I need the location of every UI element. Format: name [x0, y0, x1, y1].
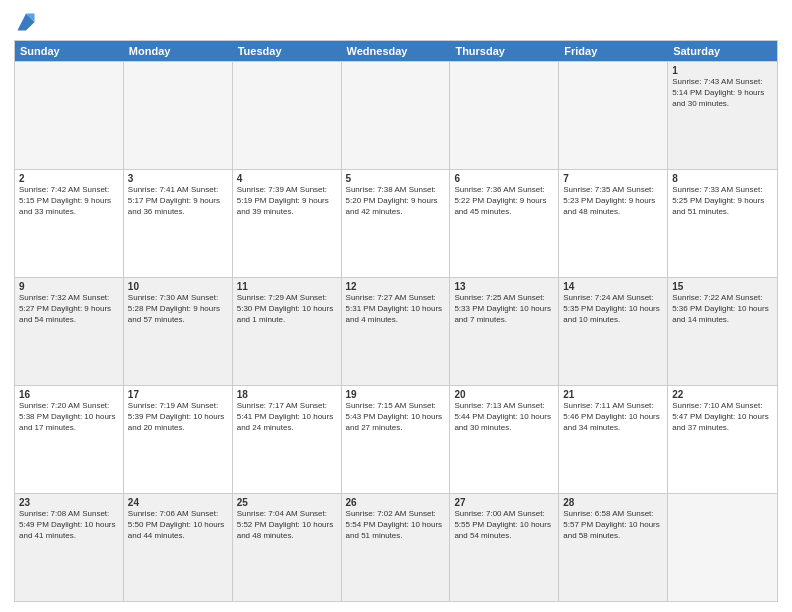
day-number: 26 [346, 497, 446, 508]
calendar-cell: 24Sunrise: 7:06 AM Sunset: 5:50 PM Dayli… [124, 494, 233, 601]
calendar-cell [559, 62, 668, 169]
day-info: Sunrise: 7:36 AM Sunset: 5:22 PM Dayligh… [454, 185, 554, 217]
day-number: 19 [346, 389, 446, 400]
calendar-body: 1Sunrise: 7:43 AM Sunset: 5:14 PM Daylig… [15, 61, 777, 601]
day-number: 4 [237, 173, 337, 184]
calendar: SundayMondayTuesdayWednesdayThursdayFrid… [14, 40, 778, 602]
calendar-row-3: 16Sunrise: 7:20 AM Sunset: 5:38 PM Dayli… [15, 385, 777, 493]
day-info: Sunrise: 7:39 AM Sunset: 5:19 PM Dayligh… [237, 185, 337, 217]
day-info: Sunrise: 7:06 AM Sunset: 5:50 PM Dayligh… [128, 509, 228, 541]
calendar-cell: 21Sunrise: 7:11 AM Sunset: 5:46 PM Dayli… [559, 386, 668, 493]
day-number: 12 [346, 281, 446, 292]
day-number: 18 [237, 389, 337, 400]
header [14, 10, 778, 34]
day-info: Sunrise: 7:08 AM Sunset: 5:49 PM Dayligh… [19, 509, 119, 541]
calendar-row-1: 2Sunrise: 7:42 AM Sunset: 5:15 PM Daylig… [15, 169, 777, 277]
header-day-wednesday: Wednesday [342, 41, 451, 61]
day-info: Sunrise: 7:00 AM Sunset: 5:55 PM Dayligh… [454, 509, 554, 541]
day-info: Sunrise: 7:41 AM Sunset: 5:17 PM Dayligh… [128, 185, 228, 217]
day-number: 1 [672, 65, 773, 76]
day-info: Sunrise: 7:33 AM Sunset: 5:25 PM Dayligh… [672, 185, 773, 217]
day-info: Sunrise: 7:25 AM Sunset: 5:33 PM Dayligh… [454, 293, 554, 325]
day-info: Sunrise: 7:27 AM Sunset: 5:31 PM Dayligh… [346, 293, 446, 325]
day-number: 21 [563, 389, 663, 400]
calendar-cell [124, 62, 233, 169]
calendar-cell: 9Sunrise: 7:32 AM Sunset: 5:27 PM Daylig… [15, 278, 124, 385]
day-number: 9 [19, 281, 119, 292]
day-info: Sunrise: 7:17 AM Sunset: 5:41 PM Dayligh… [237, 401, 337, 433]
calendar-cell: 1Sunrise: 7:43 AM Sunset: 5:14 PM Daylig… [668, 62, 777, 169]
day-info: Sunrise: 7:24 AM Sunset: 5:35 PM Dayligh… [563, 293, 663, 325]
header-day-saturday: Saturday [668, 41, 777, 61]
day-number: 27 [454, 497, 554, 508]
day-info: Sunrise: 7:10 AM Sunset: 5:47 PM Dayligh… [672, 401, 773, 433]
header-day-sunday: Sunday [15, 41, 124, 61]
calendar-cell: 27Sunrise: 7:00 AM Sunset: 5:55 PM Dayli… [450, 494, 559, 601]
day-number: 11 [237, 281, 337, 292]
page: SundayMondayTuesdayWednesdayThursdayFrid… [0, 0, 792, 612]
logo-icon [14, 10, 38, 34]
calendar-cell: 6Sunrise: 7:36 AM Sunset: 5:22 PM Daylig… [450, 170, 559, 277]
calendar-cell: 4Sunrise: 7:39 AM Sunset: 5:19 PM Daylig… [233, 170, 342, 277]
calendar-cell: 17Sunrise: 7:19 AM Sunset: 5:39 PM Dayli… [124, 386, 233, 493]
day-info: Sunrise: 7:35 AM Sunset: 5:23 PM Dayligh… [563, 185, 663, 217]
day-number: 10 [128, 281, 228, 292]
calendar-cell [342, 62, 451, 169]
day-number: 2 [19, 173, 119, 184]
day-info: Sunrise: 7:22 AM Sunset: 5:36 PM Dayligh… [672, 293, 773, 325]
calendar-cell [233, 62, 342, 169]
day-number: 6 [454, 173, 554, 184]
calendar-row-2: 9Sunrise: 7:32 AM Sunset: 5:27 PM Daylig… [15, 277, 777, 385]
day-info: Sunrise: 7:15 AM Sunset: 5:43 PM Dayligh… [346, 401, 446, 433]
day-info: Sunrise: 7:02 AM Sunset: 5:54 PM Dayligh… [346, 509, 446, 541]
calendar-row-4: 23Sunrise: 7:08 AM Sunset: 5:49 PM Dayli… [15, 493, 777, 601]
day-info: Sunrise: 7:19 AM Sunset: 5:39 PM Dayligh… [128, 401, 228, 433]
day-number: 15 [672, 281, 773, 292]
day-info: Sunrise: 7:32 AM Sunset: 5:27 PM Dayligh… [19, 293, 119, 325]
calendar-cell: 14Sunrise: 7:24 AM Sunset: 5:35 PM Dayli… [559, 278, 668, 385]
calendar-cell: 11Sunrise: 7:29 AM Sunset: 5:30 PM Dayli… [233, 278, 342, 385]
day-number: 20 [454, 389, 554, 400]
calendar-cell: 12Sunrise: 7:27 AM Sunset: 5:31 PM Dayli… [342, 278, 451, 385]
day-info: Sunrise: 7:20 AM Sunset: 5:38 PM Dayligh… [19, 401, 119, 433]
day-number: 14 [563, 281, 663, 292]
day-info: Sunrise: 7:04 AM Sunset: 5:52 PM Dayligh… [237, 509, 337, 541]
day-number: 7 [563, 173, 663, 184]
day-number: 13 [454, 281, 554, 292]
header-day-tuesday: Tuesday [233, 41, 342, 61]
calendar-row-0: 1Sunrise: 7:43 AM Sunset: 5:14 PM Daylig… [15, 61, 777, 169]
day-number: 3 [128, 173, 228, 184]
day-info: Sunrise: 7:42 AM Sunset: 5:15 PM Dayligh… [19, 185, 119, 217]
calendar-cell: 13Sunrise: 7:25 AM Sunset: 5:33 PM Dayli… [450, 278, 559, 385]
day-number: 16 [19, 389, 119, 400]
calendar-cell: 15Sunrise: 7:22 AM Sunset: 5:36 PM Dayli… [668, 278, 777, 385]
header-day-monday: Monday [124, 41, 233, 61]
calendar-cell: 25Sunrise: 7:04 AM Sunset: 5:52 PM Dayli… [233, 494, 342, 601]
day-number: 17 [128, 389, 228, 400]
day-info: Sunrise: 7:11 AM Sunset: 5:46 PM Dayligh… [563, 401, 663, 433]
day-info: Sunrise: 7:13 AM Sunset: 5:44 PM Dayligh… [454, 401, 554, 433]
calendar-cell: 8Sunrise: 7:33 AM Sunset: 5:25 PM Daylig… [668, 170, 777, 277]
day-info: Sunrise: 7:38 AM Sunset: 5:20 PM Dayligh… [346, 185, 446, 217]
header-day-thursday: Thursday [450, 41, 559, 61]
calendar-cell: 3Sunrise: 7:41 AM Sunset: 5:17 PM Daylig… [124, 170, 233, 277]
day-info: Sunrise: 7:29 AM Sunset: 5:30 PM Dayligh… [237, 293, 337, 325]
calendar-cell [450, 62, 559, 169]
day-number: 24 [128, 497, 228, 508]
calendar-cell: 20Sunrise: 7:13 AM Sunset: 5:44 PM Dayli… [450, 386, 559, 493]
day-number: 28 [563, 497, 663, 508]
day-number: 25 [237, 497, 337, 508]
calendar-cell: 2Sunrise: 7:42 AM Sunset: 5:15 PM Daylig… [15, 170, 124, 277]
calendar-cell: 16Sunrise: 7:20 AM Sunset: 5:38 PM Dayli… [15, 386, 124, 493]
calendar-cell: 18Sunrise: 7:17 AM Sunset: 5:41 PM Dayli… [233, 386, 342, 493]
logo [14, 10, 40, 34]
day-number: 8 [672, 173, 773, 184]
calendar-cell: 23Sunrise: 7:08 AM Sunset: 5:49 PM Dayli… [15, 494, 124, 601]
calendar-cell: 22Sunrise: 7:10 AM Sunset: 5:47 PM Dayli… [668, 386, 777, 493]
day-info: Sunrise: 7:30 AM Sunset: 5:28 PM Dayligh… [128, 293, 228, 325]
calendar-cell [668, 494, 777, 601]
day-number: 5 [346, 173, 446, 184]
day-number: 22 [672, 389, 773, 400]
day-info: Sunrise: 6:58 AM Sunset: 5:57 PM Dayligh… [563, 509, 663, 541]
day-number: 23 [19, 497, 119, 508]
